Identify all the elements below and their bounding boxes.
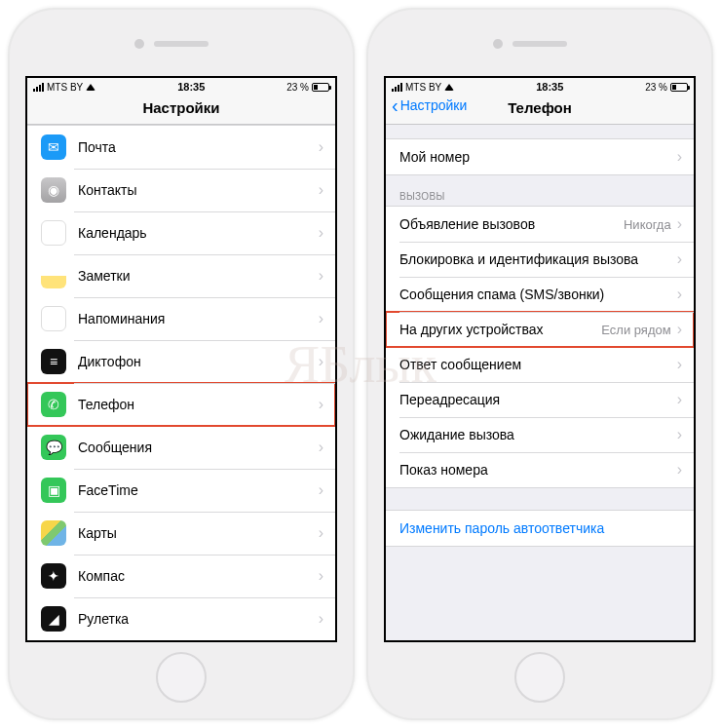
row-label: Контакты xyxy=(78,182,319,198)
chevron-right-icon: › xyxy=(319,138,323,156)
contacts-icon: ◉ xyxy=(41,177,66,203)
row-label: Объявление вызовов xyxy=(399,216,624,232)
reminders-icon: ⋮ xyxy=(41,306,66,331)
settings-row-calendar[interactable]: Календарь› xyxy=(27,211,335,254)
status-bar: MTS BY 18:35 23 % xyxy=(386,78,694,94)
row-label: Переадресация xyxy=(399,392,677,407)
settings-row[interactable]: Объявление вызововНикогда› xyxy=(386,207,694,242)
back-button[interactable]: ‹ Настройки xyxy=(392,97,467,113)
settings-row[interactable]: Переадресация› xyxy=(386,382,694,417)
clock: 18:35 xyxy=(177,81,205,93)
settings-row[interactable]: Показ номера› xyxy=(386,452,694,487)
home-button[interactable] xyxy=(156,652,207,703)
chevron-right-icon: › xyxy=(319,524,323,542)
chevron-right-icon: › xyxy=(677,250,682,268)
compass-icon: ✦ xyxy=(41,563,66,589)
row-label: На других устройствах xyxy=(399,322,601,337)
speaker-grille xyxy=(512,41,567,47)
row-label: Карты xyxy=(78,525,319,541)
group-header-calls: ВЫЗОВЫ xyxy=(386,175,694,206)
row-label: Компас xyxy=(78,568,319,584)
settings-row-notes[interactable]: Заметки› xyxy=(27,254,335,297)
chevron-right-icon: › xyxy=(319,610,323,628)
settings-row-compass[interactable]: ✦Компас› xyxy=(27,555,335,597)
speaker-grille xyxy=(154,41,209,47)
chevron-right-icon: › xyxy=(319,396,323,413)
settings-row[interactable]: Сообщения спама (SMS/звонки)› xyxy=(386,277,694,312)
settings-row-messages[interactable]: 💬Сообщения› xyxy=(27,426,335,469)
settings-row-reminders[interactable]: ⋮Напоминания› xyxy=(27,297,335,340)
settings-row-phone[interactable]: ✆Телефон› xyxy=(27,383,335,426)
row-label: Календарь xyxy=(78,225,319,241)
chevron-right-icon: › xyxy=(319,439,323,456)
chevron-right-icon: › xyxy=(319,353,323,370)
maps-icon xyxy=(41,520,66,546)
row-label: Почта xyxy=(78,139,319,155)
row-label: Заметки xyxy=(78,268,319,284)
chevron-right-icon: › xyxy=(319,481,323,499)
settings-row[interactable]: Ответ сообщением› xyxy=(386,347,694,382)
settings-row[interactable]: Блокировка и идентификация вызова› xyxy=(386,242,694,277)
settings-row[interactable]: Мой номер› xyxy=(386,139,694,174)
status-bar: MTS BY 18:35 23 % xyxy=(27,78,335,94)
row-label: FaceTime xyxy=(78,482,319,498)
row-label: Телефон xyxy=(78,397,319,412)
nav-bar: ‹ Настройки Телефон xyxy=(386,94,694,125)
battery-icon xyxy=(670,83,688,92)
chevron-right-icon: › xyxy=(677,461,682,479)
row-label: Напоминания xyxy=(78,311,319,326)
nav-bar: Настройки xyxy=(27,94,335,125)
settings-list[interactable]: ✉Почта›◉Контакты›Календарь›Заметки›⋮Напо… xyxy=(27,125,335,640)
settings-row-facetime[interactable]: ▣FaceTime› xyxy=(27,469,335,512)
row-detail: Если рядом xyxy=(601,323,670,337)
battery-icon xyxy=(312,83,329,92)
phone-settings-list[interactable]: Мой номер› ВЫЗОВЫ Объявление вызововНико… xyxy=(386,125,694,640)
settings-row-mail[interactable]: ✉Почта› xyxy=(27,126,335,169)
settings-row-contacts[interactable]: ◉Контакты› xyxy=(27,169,335,211)
chevron-right-icon: › xyxy=(677,286,682,303)
calendar-icon xyxy=(41,220,66,246)
chevron-right-icon: › xyxy=(319,224,323,242)
row-label: Диктофон xyxy=(78,354,319,369)
screen-left: MTS BY 18:35 23 % Настройки ✉Почта›◉Конт… xyxy=(25,76,337,642)
settings-row-maps[interactable]: Карты› xyxy=(27,512,335,555)
settings-row[interactable]: Изменить пароль автоответчика xyxy=(386,511,694,546)
settings-row-voice-memos[interactable]: ≡Диктофон› xyxy=(27,340,335,383)
facetime-icon: ▣ xyxy=(41,478,66,503)
mail-icon: ✉ xyxy=(41,134,66,160)
chevron-left-icon: ‹ xyxy=(392,98,398,112)
chevron-right-icon: › xyxy=(677,426,682,443)
settings-row[interactable]: На других устройствахЕсли рядом› xyxy=(386,312,694,347)
signal-bars-icon xyxy=(33,83,44,92)
row-detail: Никогда xyxy=(624,217,671,232)
page-title: Настройки xyxy=(142,99,219,116)
chevron-right-icon: › xyxy=(677,215,682,233)
row-label: Ожидание вызова xyxy=(399,427,677,442)
row-label: Блокировка и идентификация вызова xyxy=(399,251,677,267)
wifi-icon xyxy=(444,84,454,91)
row-label: Рулетка xyxy=(78,611,319,627)
front-camera xyxy=(493,39,503,49)
chevron-right-icon: › xyxy=(677,391,682,408)
battery-percent: 23 % xyxy=(286,82,309,93)
chevron-right-icon: › xyxy=(319,567,323,585)
signal-bars-icon xyxy=(392,83,402,92)
carrier-label: MTS BY xyxy=(47,82,83,93)
iphone-right: MTS BY 18:35 23 % ‹ Настройки Телефон Мо… xyxy=(366,8,713,720)
page-title: Телефон xyxy=(508,99,572,116)
measure-icon: ◢ xyxy=(41,606,66,632)
clock: 18:35 xyxy=(536,81,563,93)
home-button[interactable] xyxy=(514,652,565,703)
voice-memos-icon: ≡ xyxy=(41,349,66,374)
chevron-right-icon: › xyxy=(677,356,682,373)
chevron-right-icon: › xyxy=(319,181,323,199)
row-label: Показ номера xyxy=(399,462,677,478)
settings-row[interactable]: Ожидание вызова› xyxy=(386,417,694,452)
row-label: Изменить пароль автоответчика xyxy=(399,520,682,536)
front-camera xyxy=(134,39,144,49)
messages-icon: 💬 xyxy=(41,435,66,460)
row-label: Сообщения спама (SMS/звонки) xyxy=(399,287,677,302)
chevron-right-icon: › xyxy=(319,310,323,327)
row-label: Мой номер xyxy=(399,149,677,165)
settings-row-measure[interactable]: ◢Рулетка› xyxy=(27,597,335,640)
